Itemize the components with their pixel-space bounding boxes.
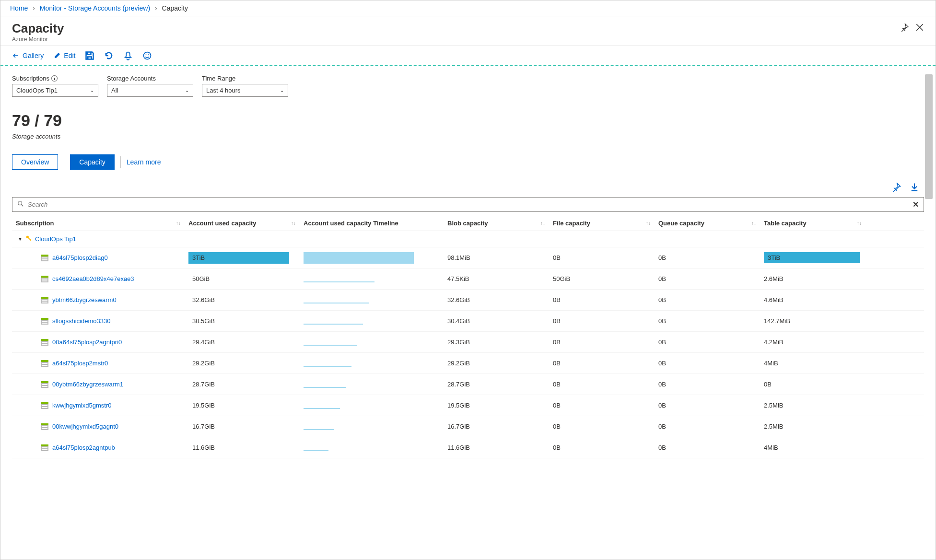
svg-rect-43 bbox=[42, 447, 47, 448]
pin-icon[interactable] bbox=[900, 23, 909, 32]
chevron-down-icon: ⌄ bbox=[185, 88, 189, 93]
svg-rect-34 bbox=[41, 404, 48, 409]
col-queue-capacity[interactable]: Queue capacity↑↓ bbox=[655, 220, 760, 227]
sort-icon: ↑↓ bbox=[540, 221, 545, 226]
svg-rect-11 bbox=[42, 279, 47, 280]
blob-capacity-cell: 16.7GiB bbox=[444, 423, 549, 430]
storage-accounts-dropdown[interactable]: All ⌄ bbox=[107, 84, 193, 97]
storage-icon bbox=[41, 444, 48, 451]
smile-icon[interactable] bbox=[142, 51, 152, 60]
learn-more-link[interactable]: Learn more bbox=[127, 158, 161, 166]
account-name[interactable]: sflogsshicidemo3330 bbox=[52, 317, 110, 325]
table-capacity-cell: 4MiB bbox=[760, 444, 866, 451]
queue-capacity-cell: 0B bbox=[655, 444, 760, 451]
vertical-scrollbar[interactable] bbox=[924, 72, 934, 558]
storage-icon bbox=[41, 276, 48, 282]
account-name[interactable]: a64sl75plosp2mstr0 bbox=[52, 360, 108, 367]
storage-accounts-label: Storage Accounts bbox=[107, 75, 193, 82]
group-row[interactable]: ▼ CloudOps Tip1 bbox=[12, 231, 924, 247]
table-row[interactable]: 00kwwjhgymlxd5gagnt016.7GiB16.7GiB0B0B2.… bbox=[12, 416, 924, 437]
table-capacity-cell: 0B bbox=[760, 381, 866, 388]
breadcrumb-monitor[interactable]: Monitor - Storage Accounts (preview) bbox=[40, 4, 150, 12]
capacity-bar: 29.2GiB bbox=[188, 358, 296, 369]
storage-icon bbox=[41, 339, 48, 346]
pin-table-icon[interactable] bbox=[891, 182, 901, 193]
account-name[interactable]: kwwjhgymlxd5gmstr0 bbox=[52, 402, 112, 409]
svg-rect-44 bbox=[42, 449, 47, 450]
svg-rect-17 bbox=[41, 318, 48, 320]
capacity-bar: 29.4GiB bbox=[188, 337, 296, 348]
group-name: CloudOps Tip1 bbox=[35, 235, 76, 243]
table-row[interactable]: a64sl75plosp2agntpub11.6GiB11.6GiB0B0B4M… bbox=[12, 437, 924, 458]
file-capacity-cell: 0B bbox=[549, 254, 655, 261]
sort-icon: ↑↓ bbox=[646, 221, 651, 226]
edit-button[interactable]: Edit bbox=[53, 52, 75, 59]
chevron-right-icon: › bbox=[155, 4, 157, 12]
storage-icon bbox=[41, 255, 48, 261]
table-row[interactable]: sflogsshicidemo333030.5GiB30.4GiB0B0B142… bbox=[12, 311, 924, 332]
table-row[interactable]: 00a64sl75plosp2agntpri029.4GiB29.3GiB0B0… bbox=[12, 332, 924, 353]
col-timeline[interactable]: Account used capacity Timeline bbox=[300, 220, 444, 227]
svg-rect-41 bbox=[41, 444, 48, 446]
subscriptions-dropdown[interactable]: CloudOps Tip1 ⌄ bbox=[12, 84, 98, 97]
account-name[interactable]: ybtm66zbygrzeswarm0 bbox=[52, 296, 117, 303]
account-name[interactable]: 00a64sl75plosp2agntpri0 bbox=[52, 338, 122, 346]
svg-rect-19 bbox=[42, 321, 47, 322]
close-icon[interactable] bbox=[915, 23, 924, 32]
time-range-dropdown[interactable]: Last 4 hours ⌄ bbox=[202, 84, 288, 97]
sort-icon: ↑↓ bbox=[176, 221, 181, 226]
search-icon bbox=[17, 200, 24, 209]
queue-capacity-cell: 0B bbox=[655, 317, 760, 325]
svg-rect-32 bbox=[42, 386, 47, 387]
gallery-label: Gallery bbox=[23, 52, 44, 59]
account-name[interactable]: a64sl75plosp2diag0 bbox=[52, 254, 108, 261]
save-icon[interactable] bbox=[85, 51, 94, 60]
svg-rect-16 bbox=[42, 302, 47, 303]
table-row[interactable]: cs4692aea0b2d89x4e7exae350GiB47.5KiB50Gi… bbox=[12, 268, 924, 290]
gallery-button[interactable]: Gallery bbox=[12, 52, 44, 59]
svg-rect-40 bbox=[42, 428, 47, 429]
account-name[interactable]: 00ybtm66zbygrzeswarm1 bbox=[52, 381, 123, 388]
info-icon[interactable]: i bbox=[51, 75, 58, 82]
sparkline bbox=[304, 429, 334, 430]
refresh-icon[interactable] bbox=[104, 51, 114, 60]
svg-rect-30 bbox=[41, 383, 48, 388]
download-icon[interactable] bbox=[910, 182, 919, 193]
account-name[interactable]: 00kwwjhgymlxd5gagnt0 bbox=[52, 423, 118, 430]
svg-rect-9 bbox=[41, 276, 48, 278]
queue-capacity-cell: 0B bbox=[655, 254, 760, 261]
svg-rect-29 bbox=[41, 381, 48, 383]
col-file-capacity[interactable]: File capacity↑↓ bbox=[549, 220, 655, 227]
storage-icon bbox=[41, 297, 48, 303]
sparkline bbox=[304, 345, 357, 346]
search-input[interactable] bbox=[28, 201, 913, 208]
alert-icon[interactable] bbox=[123, 51, 133, 60]
breadcrumb-home[interactable]: Home bbox=[10, 4, 28, 12]
table-row[interactable]: a64sl75plosp2mstr029.2GiB29.2GiB0B0B4MiB bbox=[12, 353, 924, 374]
file-capacity-cell: 0B bbox=[549, 381, 655, 388]
table-row[interactable]: kwwjhgymlxd5gmstr019.5GiB19.5GiB0B0B2.5M… bbox=[12, 395, 924, 416]
col-account-used-capacity[interactable]: Account used capacity↑↓ bbox=[185, 220, 300, 227]
col-subscription[interactable]: Subscription↑↓ bbox=[12, 220, 185, 227]
svg-rect-7 bbox=[42, 257, 47, 258]
table-row[interactable]: a64sl75plosp2diag03TiB98.1MiB0B0B3TiB bbox=[12, 247, 924, 268]
table-capacity-cell: 4.6MiB bbox=[760, 296, 866, 303]
queue-capacity-cell: 0B bbox=[655, 381, 760, 388]
table-capacity-cell: 2.6MiB bbox=[760, 275, 866, 282]
svg-rect-5 bbox=[41, 255, 48, 257]
col-table-capacity[interactable]: Table capacity↑↓ bbox=[760, 220, 866, 227]
clear-search-icon[interactable]: ✕ bbox=[913, 200, 919, 209]
file-capacity-cell: 0B bbox=[549, 360, 655, 367]
tab-overview[interactable]: Overview bbox=[12, 154, 58, 170]
svg-rect-13 bbox=[41, 297, 48, 299]
blob-capacity-cell: 30.4GiB bbox=[444, 317, 549, 325]
tab-capacity[interactable]: Capacity bbox=[70, 154, 114, 170]
col-blob-capacity[interactable]: Blob capacity↑↓ bbox=[444, 220, 549, 227]
storage-icon bbox=[41, 423, 48, 430]
table-row[interactable]: 00ybtm66zbygrzeswarm128.7GiB28.7GiB0B0B0… bbox=[12, 374, 924, 395]
account-name[interactable]: a64sl75plosp2agntpub bbox=[52, 444, 115, 451]
svg-rect-12 bbox=[42, 280, 47, 281]
account-name[interactable]: cs4692aea0b2d89x4e7exae3 bbox=[52, 275, 134, 282]
scrollbar-thumb[interactable] bbox=[925, 74, 933, 199]
table-row[interactable]: ybtm66zbygrzeswarm032.6GiB32.6GiB0B0B4.6… bbox=[12, 290, 924, 311]
